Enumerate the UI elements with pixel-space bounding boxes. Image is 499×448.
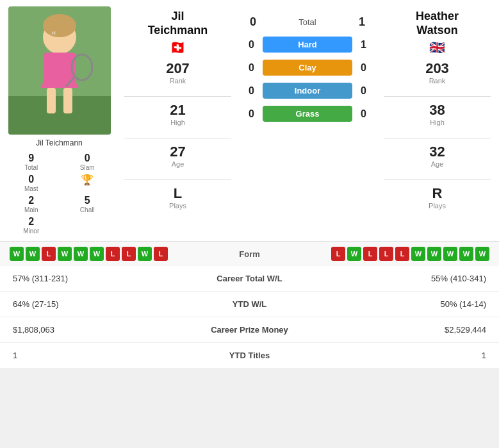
hard-btn[interactable]: Hard (263, 37, 352, 53)
right-high-row: 38 High (429, 102, 445, 126)
form-badge: W (90, 247, 104, 261)
form-badge: L (395, 247, 409, 261)
left-mast-cell: 0 Mast (6, 174, 56, 192)
stats-row: 1YTD Titles1 (0, 343, 499, 369)
form-label: Form (211, 249, 288, 259)
left-high-value: 21 (170, 102, 185, 119)
stats-center-2: Career Prize Money (186, 325, 314, 335)
right-age-row: 32 Age (429, 144, 445, 168)
left-divider1 (124, 96, 231, 97)
right-high-value: 38 (429, 102, 445, 119)
left-stats-grid: 9 Total 0 Slam 0 Mast 🏆 2 Main (0, 153, 119, 235)
stats-row: 57% (311-231)Career Total W/L55% (410-34… (0, 266, 499, 292)
form-badge: W (58, 247, 72, 261)
clay-score-left: 0 (243, 62, 259, 74)
form-badge: L (363, 247, 377, 261)
stats-right-0: 55% (410-341) (314, 274, 487, 283)
grass-score-right: 0 (356, 108, 372, 120)
form-badge: W (10, 247, 24, 261)
stats-rows: 57% (311-231)Career Total W/L55% (410-34… (0, 266, 499, 369)
grass-btn[interactable]: Grass (263, 106, 352, 122)
hard-row: 0 Hard 1 (237, 34, 378, 55)
right-high-label: High (430, 119, 445, 126)
hard-score-right: 1 (356, 39, 372, 51)
left-rank-row: 207 Rank (166, 60, 190, 85)
form-badge: W (74, 247, 88, 261)
left-player-name-center: Jil Teichmann (148, 10, 208, 37)
left-plays-row: L Plays (169, 185, 186, 210)
left-slam-label: Slam (80, 164, 95, 171)
total-score-right: 1 (352, 15, 372, 29)
form-badge: W (411, 247, 425, 261)
right-plays-row: R Plays (429, 185, 446, 210)
right-form-badges: LWLLLWWWWW (288, 247, 490, 261)
form-section: WWLWWWLLWL Form LWLLLWWWWW (0, 241, 499, 266)
stats-left-2: $1,808,063 (13, 325, 186, 335)
svg-point-3 (43, 14, 76, 37)
grass-score-left: 0 (243, 108, 259, 120)
left-player-photo: H (8, 6, 111, 135)
form-badge: L (154, 247, 168, 261)
left-minor-value: 2 (28, 216, 34, 228)
left-main-label: Main (24, 206, 38, 213)
stats-left-1: 64% (27-15) (13, 299, 186, 309)
svg-text:H: H (52, 30, 56, 36)
left-main-value: 2 (28, 195, 34, 206)
right-age-value: 32 (429, 144, 445, 160)
indoor-btn[interactable]: Indoor (263, 83, 352, 99)
form-badge: W (427, 247, 441, 261)
right-age-label: Age (431, 160, 444, 168)
main-container: H Jil Teichmann 9 Total 0 Slam 0 Mast (0, 0, 499, 369)
left-rank-label: Rank (170, 77, 186, 85)
left-chall-cell: 5 Chall (63, 195, 113, 213)
left-slam-cell: 0 Slam (63, 153, 113, 171)
left-age-label: Age (172, 160, 184, 168)
svg-rect-6 (47, 88, 56, 113)
form-badge: W (26, 247, 40, 261)
left-age-value: 27 (170, 144, 185, 160)
clay-btn[interactable]: Clay (263, 60, 352, 76)
stats-right-1: 50% (14-14) (314, 299, 487, 309)
clay-score-right: 0 (356, 62, 372, 74)
form-badge: L (106, 247, 120, 261)
form-badge: L (122, 247, 136, 261)
stats-row: $1,808,063Career Prize Money$2,529,444 (0, 317, 499, 343)
left-mast-value: 0 (28, 174, 34, 185)
right-plays-value: R (432, 185, 443, 202)
total-score-left: 0 (243, 15, 263, 29)
left-main-cell: 2 Main (6, 195, 56, 213)
left-total-label: Total (24, 164, 38, 171)
indoor-score-right: 0 (356, 85, 372, 97)
left-player-name-small: Jil Teichmann (36, 138, 82, 147)
indoor-row: 0 Indoor 0 (237, 80, 378, 101)
stats-center-0: Career Total W/L (186, 274, 314, 283)
left-divider3 (124, 179, 231, 180)
right-rank-label: Rank (429, 77, 446, 85)
left-form-badges: WWLWWWLLWL (10, 247, 211, 261)
grass-row: 0 Grass 0 (237, 103, 378, 124)
form-badge: W (347, 247, 361, 261)
form-badge: L (379, 247, 393, 261)
form-badge: L (331, 247, 345, 261)
left-flag: 🇨🇭 (170, 40, 186, 55)
right-player-center: Heather Watson 🇬🇧 203 Rank 38 High 32 Ag… (378, 6, 496, 235)
left-total-value: 9 (28, 153, 34, 164)
left-trophy-icon: 🏆 (81, 174, 94, 186)
stats-center-3: YTD Titles (186, 351, 314, 360)
right-stats-grid: 12 Total 0 Slam 0 Mast 🏆 4 Main (496, 153, 499, 235)
total-row: 0 Total 1 (237, 13, 378, 31)
left-slam-value: 0 (85, 153, 90, 164)
left-total-cell: 9 Total (6, 153, 56, 171)
left-high-row: 21 High (170, 102, 185, 126)
form-badge: L (42, 247, 56, 261)
right-divider2 (384, 138, 491, 138)
left-divider2 (124, 138, 231, 138)
left-chall-label: Chall (80, 206, 95, 213)
clay-row: 0 Clay 0 (237, 57, 378, 78)
left-trophy-cell: 🏆 (63, 174, 113, 192)
left-player-card: H Jil Teichmann 9 Total 0 Slam 0 Mast (0, 6, 119, 235)
left-player-center: Jil Teichmann 🇨🇭 207 Rank 21 High 27 Age… (119, 6, 237, 235)
left-age-row: 27 Age (170, 144, 185, 168)
right-divider3 (384, 179, 491, 180)
left-plays-value: L (174, 185, 182, 202)
